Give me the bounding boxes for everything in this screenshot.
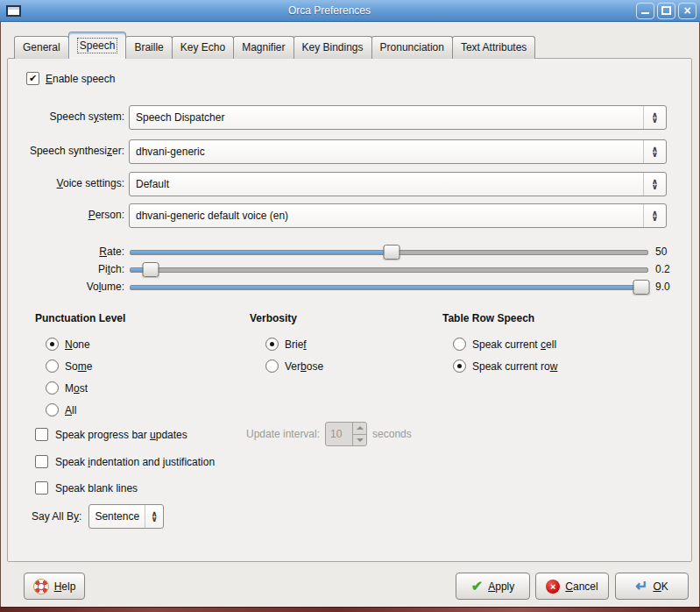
volume-slider-thumb[interactable] xyxy=(633,280,649,295)
titlebar[interactable]: Orca Preferences × xyxy=(0,0,700,22)
voice-settings-label: Voice settings: xyxy=(8,172,124,195)
radio-brief[interactable]: Brief xyxy=(265,338,323,351)
chevron-updown-icon[interactable]: ∧∨ xyxy=(643,204,666,227)
tab-key-bindings[interactable]: Key Bindings xyxy=(293,36,372,59)
rate-value: 50 xyxy=(655,246,667,258)
ok-enter-arrow-icon: ↵ xyxy=(635,580,647,594)
punctuation-level-group: Punctuation Level None Some Most All xyxy=(35,312,125,416)
pitch-value: 0.2 xyxy=(655,263,670,275)
voice-settings-row: Voice settings: Default ∧∨ xyxy=(8,172,691,195)
chevron-updown-icon[interactable]: ∧∨ xyxy=(643,106,666,129)
radio-speak-current-cell[interactable]: Speak current cell xyxy=(453,338,557,351)
speak-indentation-checkbox[interactable]: ✔ xyxy=(35,455,48,468)
radio-some[interactable]: Some xyxy=(46,359,125,373)
update-interval-value: 10 xyxy=(326,423,352,445)
orca-preferences-window: Orca Preferences × General Speech Braill… xyxy=(0,0,700,612)
tab-speech[interactable]: Speech xyxy=(68,32,127,59)
rate-label: Rate: xyxy=(8,246,124,258)
tab-bar: General Speech Braille Key Echo Magnifie… xyxy=(14,31,534,59)
say-all-by-combo[interactable]: Sentence ∧∨ xyxy=(88,504,164,529)
speech-system-row: Speech system: Speech Dispatcher ∧∨ xyxy=(8,105,691,128)
radio-icon[interactable] xyxy=(265,359,279,373)
speech-synthesizer-value: dhvani-generic xyxy=(130,146,643,158)
radio-icon[interactable] xyxy=(46,381,59,395)
cancel-button[interactable]: × Cancel xyxy=(535,573,609,600)
table-row-speech-group: Table Row Speech Speak current cell Spea… xyxy=(442,312,557,373)
close-button[interactable]: × xyxy=(678,3,696,19)
volume-slider-track[interactable] xyxy=(130,285,648,290)
tab-braille[interactable]: Braille xyxy=(125,36,172,59)
spinner-down-icon xyxy=(353,435,366,446)
volume-label: Volume: xyxy=(8,281,124,293)
say-all-by-value: Sentence xyxy=(89,510,145,523)
speak-progress-bar-updates-row: ✔ Speak progress bar updates xyxy=(35,428,187,441)
pitch-label: Pitch: xyxy=(8,263,124,275)
chevron-updown-icon[interactable]: ∧∨ xyxy=(145,505,163,528)
radio-icon[interactable] xyxy=(453,359,466,373)
radio-icon[interactable] xyxy=(46,403,59,416)
verbosity-group: Verbosity Brief Verbose xyxy=(250,312,323,373)
spinner-up-icon xyxy=(353,423,366,435)
radio-icon[interactable] xyxy=(265,338,279,351)
person-combo[interactable]: dhvani-generic default voice (en) ∧∨ xyxy=(129,203,667,228)
chevron-updown-icon[interactable]: ∧∨ xyxy=(643,173,666,196)
rate-row: Rate: 50 xyxy=(8,243,691,260)
tab-text-attributes[interactable]: Text Attributes xyxy=(452,36,535,59)
table-row-speech-title: Table Row Speech xyxy=(442,312,557,324)
speech-synthesizer-row: Speech synthesizer: dhvani-generic ∧∨ xyxy=(8,139,691,162)
say-all-by-row: Say All By: Sentence ∧∨ xyxy=(32,504,164,529)
person-row: Person: dhvani-generic default voice (en… xyxy=(8,203,691,226)
speech-synthesizer-label: Speech synthesizer: xyxy=(8,139,124,162)
radio-icon[interactable] xyxy=(46,338,59,351)
window-bottom-edge xyxy=(0,607,700,612)
radio-speak-current-row[interactable]: Speak current row xyxy=(453,359,557,373)
tab-general[interactable]: General xyxy=(14,36,69,59)
tab-pronunciation[interactable]: Pronunciation xyxy=(371,36,453,59)
speak-progress-bar-updates-checkbox[interactable]: ✔ xyxy=(35,428,48,441)
rate-slider[interactable] xyxy=(130,243,648,260)
maximize-button[interactable] xyxy=(657,3,675,19)
chevron-updown-icon[interactable]: ∧∨ xyxy=(643,140,666,163)
rate-slider-thumb[interactable] xyxy=(383,245,399,260)
volume-slider[interactable] xyxy=(130,278,648,295)
ok-button[interactable]: ↵ OK xyxy=(615,573,689,600)
enable-speech-checkbox[interactable]: ✔ xyxy=(26,72,39,85)
window-menu-button[interactable] xyxy=(4,2,23,19)
enable-speech-row: ✔ Enable speech xyxy=(26,72,115,85)
volume-value: 9.0 xyxy=(655,281,670,293)
tab-magnifier[interactable]: Magnifier xyxy=(233,36,293,59)
apply-check-icon: ✔ xyxy=(471,580,483,594)
update-interval-label: Update interval: xyxy=(246,428,320,440)
person-value: dhvani-generic default voice (en) xyxy=(130,210,643,222)
person-label: Person: xyxy=(8,203,124,226)
voice-settings-value: Default xyxy=(130,178,643,190)
radio-most[interactable]: Most xyxy=(46,381,125,395)
close-icon: × xyxy=(683,4,690,18)
minimize-button[interactable] xyxy=(636,3,654,19)
radio-icon[interactable] xyxy=(453,338,466,351)
speech-synthesizer-combo[interactable]: dhvani-generic ∧∨ xyxy=(129,139,667,164)
apply-button[interactable]: ✔ Apply xyxy=(456,573,530,600)
pitch-slider-track[interactable] xyxy=(130,267,648,273)
update-interval-units: seconds xyxy=(372,428,412,440)
pitch-slider-thumb[interactable] xyxy=(143,262,159,277)
maximize-icon xyxy=(661,6,671,15)
radio-icon[interactable] xyxy=(46,359,59,373)
speak-blank-lines-checkbox[interactable]: ✔ xyxy=(35,481,48,495)
enable-speech-label: Enable speech xyxy=(46,73,115,85)
help-button[interactable]: Help xyxy=(24,573,85,600)
volume-slider-fill xyxy=(131,286,648,289)
radio-verbose[interactable]: Verbose xyxy=(265,359,323,373)
speech-system-combo[interactable]: Speech Dispatcher ∧∨ xyxy=(129,105,667,130)
verbosity-title: Verbosity xyxy=(250,312,323,324)
voice-settings-combo[interactable]: Default ∧∨ xyxy=(129,172,667,196)
pitch-slider[interactable] xyxy=(130,260,648,278)
radio-all[interactable]: All xyxy=(46,403,125,416)
radio-none[interactable]: None xyxy=(46,338,125,351)
help-icon xyxy=(31,576,51,596)
check-icon: ✔ xyxy=(29,74,37,83)
speech-tab-panel: ✔ Enable speech Speech system: Speech Di… xyxy=(7,58,692,562)
speech-system-label: Speech system: xyxy=(8,105,124,128)
tab-key-echo[interactable]: Key Echo xyxy=(172,36,234,59)
punctuation-level-title: Punctuation Level xyxy=(35,312,125,324)
